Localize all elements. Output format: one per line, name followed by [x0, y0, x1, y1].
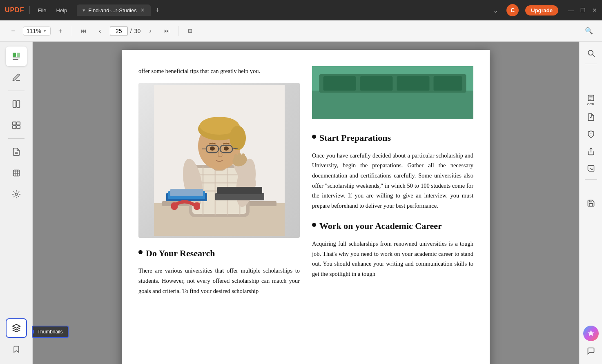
zoom-value: 111%	[27, 28, 41, 34]
toolbar-divider1	[72, 26, 72, 36]
thumbnails-btn-container: Thumbnails	[6, 318, 27, 338]
rs-chat-button[interactable]	[583, 343, 599, 359]
toolbar-right: 🔍	[337, 24, 595, 38]
academic-career-body: Acquiring full scholarships from renowne…	[312, 239, 473, 279]
thumbnails-button[interactable]	[6, 318, 27, 338]
reader-icon	[11, 51, 21, 61]
sidebar-annotate-button[interactable]	[6, 68, 27, 87]
zoom-dropdown-icon[interactable]: ▼	[43, 29, 47, 33]
page-number-input[interactable]	[110, 26, 128, 36]
svg-rect-56	[194, 202, 200, 210]
rs-ocr-icon	[587, 94, 595, 102]
rs-ocr-button[interactable]: OCR	[583, 92, 599, 108]
pdf-right-column: Start Preparations Once you have careful…	[312, 66, 473, 364]
tab-close-button[interactable]: ✕	[139, 7, 146, 13]
rs-share-icon	[587, 147, 595, 155]
rs-convert-button[interactable]	[583, 109, 599, 125]
svg-rect-1	[17, 53, 20, 57]
page-input-area: / 30	[110, 26, 140, 36]
organize-icon	[12, 121, 21, 130]
rs-convert-icon	[587, 113, 595, 121]
search-button[interactable]: 🔍	[582, 24, 595, 38]
svg-rect-7	[16, 122, 20, 125]
top-classroom-image	[312, 66, 473, 119]
thumbnails-tooltip: Thumbnails	[32, 326, 69, 338]
sidebar-organize-button[interactable]	[6, 115, 27, 135]
student-figure-svg	[154, 85, 285, 236]
file-menu[interactable]: File	[35, 6, 50, 15]
sidebar-edit-button[interactable]	[6, 94, 27, 114]
thumbnails-tooltip-label: Thumbnails	[38, 329, 63, 335]
prev-page-button[interactable]: ‹	[94, 24, 107, 38]
rs-sign-button[interactable]	[583, 160, 599, 177]
pages-icon	[12, 169, 21, 178]
svg-point-44	[210, 146, 215, 151]
sidebar-pages-button[interactable]	[6, 163, 27, 183]
last-page-button[interactable]: ⏭	[160, 24, 173, 38]
academic-career-title: Work on your Academic Career	[319, 220, 442, 232]
close-button[interactable]: ✕	[592, 7, 597, 13]
svg-rect-62	[397, 76, 430, 91]
svg-rect-61	[360, 76, 393, 91]
rs-sign-icon	[587, 164, 595, 173]
svg-rect-60	[323, 76, 356, 91]
sidebar-reader-button[interactable]	[6, 47, 27, 66]
do-research-section-header: Do Your Research	[138, 248, 300, 260]
minimize-button[interactable]: —	[568, 7, 574, 13]
user-avatar[interactable]: C	[506, 4, 519, 16]
rs-ai-icon	[587, 329, 595, 337]
svg-rect-63	[434, 76, 462, 91]
pdf-page: offer some beneficial tips that can grea…	[122, 50, 490, 364]
upgrade-button[interactable]: Upgrade	[525, 5, 558, 16]
tab-title: Find-and-...r-Studies	[88, 7, 137, 13]
tab-add-button[interactable]: +	[152, 5, 163, 16]
rs-search-button[interactable]	[583, 45, 599, 61]
pdf-intro-text: offer some beneficial tips that can grea…	[138, 66, 300, 76]
sidebar-convert-button[interactable]	[6, 142, 27, 162]
start-prep-title: Start Preparations	[319, 132, 391, 144]
annotate-icon	[12, 73, 21, 82]
active-tab[interactable]: ▼ Find-and-...r-Studies ✕	[77, 4, 150, 16]
next-page-button[interactable]: ›	[144, 24, 157, 38]
start-prep-section-header: Start Preparations	[312, 132, 473, 144]
svg-line-65	[592, 55, 594, 57]
help-menu[interactable]: Help	[53, 6, 71, 15]
svg-point-17	[15, 193, 18, 195]
svg-rect-3	[13, 59, 18, 60]
tab-area: ▼ Find-and-...r-Studies ✕ + ⌄	[77, 4, 500, 16]
rs-ai-button[interactable]	[583, 326, 599, 341]
zoom-in-button[interactable]: +	[54, 24, 67, 38]
zoom-display[interactable]: 111% ▼	[23, 27, 51, 36]
svg-rect-8	[12, 126, 16, 129]
page-total: 30	[134, 28, 141, 34]
rs-sep1	[585, 64, 597, 64]
rs-share-button[interactable]	[583, 143, 599, 160]
zoom-out-button[interactable]: −	[7, 24, 20, 38]
tab-dropdown-icon[interactable]: ▼	[82, 8, 86, 13]
layers-icon	[12, 324, 21, 333]
bookmark-icon	[12, 345, 20, 353]
sidebar-bottom: Thumbnails	[6, 318, 27, 364]
fit-page-button[interactable]: ⊞	[183, 24, 196, 38]
svg-point-45	[224, 146, 229, 151]
pdf-viewer[interactable]: offer some beneficial tips that can grea…	[33, 42, 579, 364]
sidebar-bookmark-button[interactable]	[6, 340, 27, 359]
pdf-student-image	[138, 83, 300, 238]
svg-rect-2	[13, 58, 20, 58]
rs-save-button[interactable]	[583, 195, 599, 211]
svg-rect-58	[312, 91, 473, 119]
app-logo: UPDF	[5, 7, 25, 14]
first-page-button[interactable]: ⏮	[77, 24, 90, 38]
rs-protect-button[interactable]	[583, 126, 599, 142]
svg-rect-6	[12, 122, 16, 125]
do-research-bullet	[138, 250, 143, 254]
tab-more-button[interactable]: ⌄	[491, 5, 500, 16]
main-area: Thumbnails offer some beneficial tips th…	[0, 42, 602, 364]
right-sidebar: OCR	[579, 42, 602, 364]
titlebar-divider	[29, 6, 30, 14]
sidebar-tools-button[interactable]	[6, 184, 27, 204]
do-research-body: There are various universities that offe…	[138, 266, 300, 296]
start-prep-body: Once you have carefully decided about a …	[312, 151, 473, 211]
svg-rect-52	[170, 189, 203, 196]
maximize-button[interactable]: ❐	[580, 7, 586, 13]
